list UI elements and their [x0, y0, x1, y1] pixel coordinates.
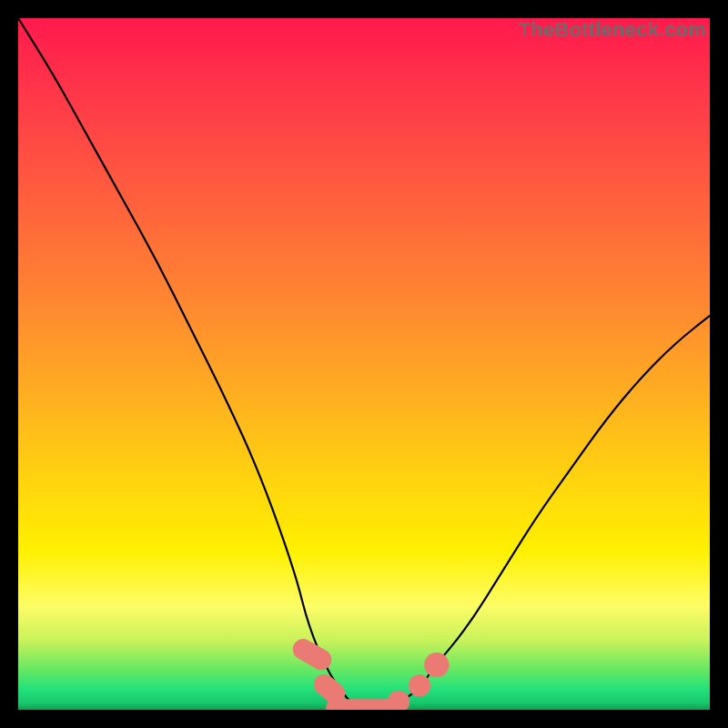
curve-marker-dot — [409, 674, 430, 696]
watermark-text: TheBottleneck.com — [519, 18, 706, 42]
chart-frame: TheBottleneck.com — [18, 18, 710, 710]
curve-marker-pill — [289, 635, 336, 674]
chart-svg — [18, 18, 710, 710]
curve-markers — [289, 635, 450, 710]
curve-marker-dot — [424, 652, 449, 677]
curve-marker-dot — [388, 691, 410, 710]
bottleneck-curve — [18, 18, 710, 710]
